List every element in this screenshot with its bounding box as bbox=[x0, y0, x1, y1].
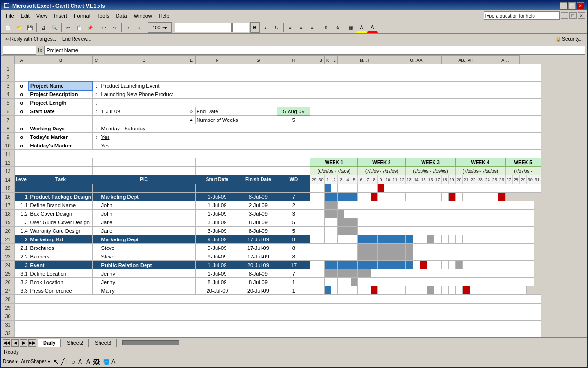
tab-next-button[interactable]: ▶ bbox=[20, 339, 27, 347]
r24-g18[interactable] bbox=[427, 261, 434, 269]
col-header-A[interactable]: A bbox=[15, 56, 29, 64]
r27-g13[interactable] bbox=[391, 286, 398, 295]
r25-g6[interactable] bbox=[344, 269, 351, 278]
r23-g8[interactable] bbox=[358, 252, 364, 261]
r16-level[interactable]: 1 bbox=[15, 193, 29, 201]
r27-g16[interactable] bbox=[413, 286, 420, 295]
r25-g4[interactable] bbox=[331, 269, 338, 278]
r22-g9[interactable] bbox=[364, 244, 371, 252]
col-header-I[interactable]: I bbox=[310, 56, 317, 64]
r20-grest[interactable] bbox=[358, 227, 534, 235]
textbox-icon[interactable]: Ａ bbox=[77, 358, 83, 366]
r17-finish[interactable]: 2-Jul-09 bbox=[239, 201, 277, 210]
r23-task[interactable]: Banners bbox=[29, 252, 92, 261]
r24-g3[interactable] bbox=[325, 261, 331, 269]
r26-level[interactable]: 3.2 bbox=[15, 278, 29, 286]
undo-button[interactable]: ↩ bbox=[99, 22, 109, 33]
r24-finish[interactable]: 20-Jul-09 bbox=[239, 261, 277, 269]
percent-button[interactable]: % bbox=[332, 22, 342, 33]
r26-g2[interactable] bbox=[317, 278, 325, 286]
r25-wd[interactable]: 7 bbox=[277, 269, 310, 278]
tab-prev-button[interactable]: ◀ bbox=[11, 339, 19, 347]
row-32-empty[interactable] bbox=[15, 329, 541, 338]
r21-g12[interactable] bbox=[384, 235, 391, 244]
menu-view[interactable]: View bbox=[34, 12, 51, 19]
wordart-icon[interactable]: Ａ bbox=[85, 358, 91, 366]
line-icon[interactable]: ╱ bbox=[61, 358, 64, 366]
r24-g7[interactable] bbox=[351, 261, 358, 269]
r15-g3-blue[interactable] bbox=[325, 184, 331, 193]
underline-button[interactable]: U bbox=[271, 22, 282, 33]
r13-empty8[interactable] bbox=[277, 167, 310, 175]
row4-rest[interactable] bbox=[188, 90, 541, 99]
col-header-G[interactable]: G bbox=[239, 56, 277, 64]
r17-start[interactable]: 1-Jul-09 bbox=[195, 201, 239, 210]
r17-g5[interactable] bbox=[338, 201, 344, 210]
r12-wd[interactable] bbox=[277, 158, 310, 167]
r18-g5[interactable] bbox=[338, 210, 344, 218]
paste-button[interactable]: 📌 bbox=[85, 22, 95, 33]
r15-g6[interactable] bbox=[344, 184, 351, 193]
r22-task[interactable]: Brochures bbox=[29, 244, 92, 252]
r24-g22[interactable] bbox=[455, 261, 462, 269]
open-button[interactable]: 📂 bbox=[14, 22, 24, 33]
workbook-restore[interactable]: □ bbox=[569, 12, 577, 19]
r19-finish[interactable]: 8-Jul-09 bbox=[239, 218, 277, 227]
r27-start[interactable]: 20-Jul-09 bbox=[195, 286, 239, 295]
r17-pic[interactable]: John bbox=[100, 201, 188, 210]
r12-finish[interactable] bbox=[239, 158, 277, 167]
r27-g23-red[interactable] bbox=[462, 286, 470, 295]
r24-task[interactable]: Event bbox=[29, 261, 92, 269]
autoshapes-label[interactable]: AutoShapes ▾ bbox=[21, 359, 50, 364]
row9-rest[interactable] bbox=[188, 133, 541, 141]
r27-g6[interactable] bbox=[344, 286, 351, 295]
security-button[interactable]: 🔒 Security... bbox=[553, 34, 586, 45]
r24-g12[interactable] bbox=[384, 261, 391, 269]
r27-g9[interactable] bbox=[364, 286, 371, 295]
align-left-button[interactable]: ≡ bbox=[285, 22, 296, 33]
r25-g7[interactable] bbox=[351, 269, 358, 278]
col-header-F[interactable]: F bbox=[195, 56, 239, 64]
r23-wd[interactable]: 8 bbox=[277, 252, 310, 261]
row7-empty2[interactable] bbox=[29, 116, 92, 124]
r16-g5[interactable] bbox=[338, 193, 344, 201]
help-search[interactable] bbox=[484, 11, 560, 20]
r22-g13[interactable] bbox=[391, 244, 398, 252]
r16-g18[interactable] bbox=[427, 193, 434, 201]
r26-task[interactable]: Book Location bbox=[29, 278, 92, 286]
r21-g21[interactable] bbox=[448, 235, 455, 244]
r21-g9[interactable] bbox=[364, 235, 371, 244]
r16-g17[interactable] bbox=[420, 193, 427, 201]
r15-start[interactable] bbox=[195, 184, 239, 193]
r26-g1[interactable] bbox=[310, 278, 317, 286]
row8-bullet[interactable]: o bbox=[15, 124, 29, 133]
r21-g1[interactable] bbox=[310, 235, 317, 244]
r16-g6[interactable] bbox=[344, 193, 351, 201]
row6-rest[interactable] bbox=[310, 107, 541, 116]
row6-bullet[interactable]: o bbox=[15, 107, 29, 116]
font-color-draw-icon[interactable]: A bbox=[111, 359, 115, 365]
r27-wd[interactable]: 1 bbox=[277, 286, 310, 295]
r12-task[interactable] bbox=[29, 158, 92, 167]
menu-edit[interactable]: Edit bbox=[18, 12, 33, 19]
row7-rest[interactable] bbox=[310, 116, 541, 124]
r19-g1[interactable] bbox=[310, 218, 317, 227]
fill-color-draw-icon[interactable]: 🪣 bbox=[103, 359, 110, 365]
r25-grest[interactable] bbox=[371, 269, 534, 278]
r19-g2[interactable] bbox=[317, 218, 325, 227]
zoom-dropdown[interactable]: 100%▾ bbox=[148, 22, 172, 33]
r26-g3[interactable] bbox=[325, 278, 331, 286]
tab-last-button[interactable]: ▶▶ bbox=[28, 339, 36, 347]
sort-asc-button[interactable]: ↑ bbox=[123, 22, 134, 33]
r12-e[interactable] bbox=[188, 158, 195, 167]
r27-g3-blue[interactable] bbox=[325, 286, 331, 295]
row5-length-value[interactable] bbox=[100, 99, 188, 107]
row4-desc-value[interactable]: Launching New Phone Product bbox=[100, 90, 188, 99]
r16-g24[interactable] bbox=[470, 193, 477, 201]
r17-g1[interactable] bbox=[310, 201, 317, 210]
r19-g6[interactable] bbox=[344, 218, 351, 227]
r21-c[interactable] bbox=[92, 235, 100, 244]
r23-g11[interactable] bbox=[378, 252, 384, 261]
r26-pic[interactable]: Jenny bbox=[100, 278, 188, 286]
sheet-tab-sheet2[interactable]: Sheet2 bbox=[62, 339, 89, 347]
